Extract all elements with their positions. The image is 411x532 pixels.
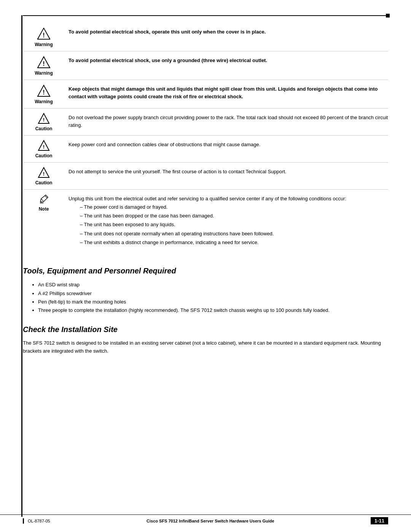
- note-text: Unplug this unit from the electrical out…: [68, 193, 388, 252]
- caution-label-3: Caution: [35, 180, 53, 185]
- caution-text-2: Keep power cord and connection cables cl…: [68, 139, 388, 150]
- warning-label-2: Warning: [35, 70, 53, 76]
- footer-bar: [23, 518, 24, 524]
- caution-icon-1: !: [38, 112, 50, 125]
- list-item: An ESD wrist strap: [38, 281, 388, 289]
- section-heading-check: Check the Installation Site: [23, 325, 388, 334]
- top-border: [23, 15, 388, 16]
- warning-icon-1: !: [37, 27, 51, 40]
- footer-page-number: 1-11: [371, 517, 388, 524]
- page-footer: OL-8787-05 Cisco SFS 7012 InfiniBand Ser…: [0, 514, 411, 524]
- caution-row-2: ! Caution Keep power cord and connection…: [23, 136, 388, 163]
- warning-text-3: Keep objects that might damage this unit…: [68, 84, 388, 102]
- footer-doc-id: OL-8787-05: [28, 519, 50, 523]
- note-row: Note Unplug this unit from the electrica…: [23, 190, 388, 256]
- footer-left: OL-8787-05: [23, 518, 50, 524]
- tools-list: An ESD wrist strap A #2 Phillips screwdr…: [38, 281, 388, 314]
- note-icon: [38, 193, 49, 205]
- list-item: Pen (felt-tip) to mark the mounting hole…: [38, 298, 388, 306]
- warning-icon-block-2: ! Warning: [23, 55, 68, 76]
- caution-icon-3: !: [38, 166, 50, 179]
- note-dash-list: The power cord is damaged or frayed. The…: [80, 203, 388, 247]
- caution-label-2: Caution: [35, 153, 53, 158]
- list-item: A #2 Phillips screwdriver: [38, 289, 388, 298]
- caution-label-1: Caution: [35, 126, 53, 131]
- left-border: [21, 15, 22, 517]
- warning-text-2: To avoid potential electrical shock, use…: [68, 55, 388, 66]
- list-item: The unit does not operate normally when …: [80, 229, 388, 238]
- svg-text:!: !: [43, 32, 45, 38]
- caution-icon-block-1: ! Caution: [23, 112, 68, 131]
- svg-text:!: !: [43, 171, 45, 177]
- top-right-square: [386, 14, 390, 18]
- section-heading-tools: Tools, Equipment and Personnel Required: [23, 267, 388, 275]
- warning-icon-3: !: [37, 84, 51, 97]
- list-item: Three people to complete the installatio…: [38, 306, 388, 315]
- svg-text:!: !: [43, 117, 45, 123]
- caution-icon-block-3: ! Caution: [23, 166, 68, 185]
- caution-text-3: Do not attempt to service the unit yours…: [68, 166, 388, 177]
- list-item: The unit has been dropped or the case ha…: [80, 211, 388, 220]
- warning-label-3: Warning: [35, 99, 53, 104]
- footer-title: Cisco SFS 7012 InfiniBand Server Switch …: [50, 519, 371, 523]
- svg-text:!: !: [43, 144, 45, 150]
- warning-row-2: ! Warning To avoid potential electrical …: [23, 51, 388, 80]
- warning-row-1: ! Warning To avoid potential electrical …: [23, 23, 388, 51]
- note-icon-block: Note: [23, 193, 68, 212]
- list-item: The unit has been exposed to any liquids…: [80, 220, 388, 229]
- list-item: The unit exhibits a distinct change in p…: [80, 238, 388, 247]
- page: ! Warning To avoid potential electrical …: [0, 0, 411, 532]
- caution-row-3: ! Caution Do not attempt to service the …: [23, 163, 388, 190]
- warning-icon-block-3: ! Warning: [23, 84, 68, 104]
- svg-text:!: !: [43, 89, 45, 96]
- caution-icon-2: !: [38, 139, 50, 152]
- warning-icon-block-1: ! Warning: [23, 27, 68, 47]
- warning-label-1: Warning: [35, 42, 53, 47]
- warning-row-3: ! Warning Keep objects that might damage…: [23, 80, 388, 109]
- main-content: ! Warning To avoid potential electrical …: [23, 0, 388, 355]
- caution-icon-block-2: ! Caution: [23, 139, 68, 158]
- check-paragraph: The SFS 7012 switch is designed to be in…: [23, 339, 388, 355]
- note-label: Note: [39, 206, 49, 212]
- warning-text-1: To avoid potential electrical shock, ope…: [68, 27, 388, 37]
- svg-text:!: !: [43, 61, 45, 67]
- caution-text-1: Do not overload the power supply branch …: [68, 112, 388, 130]
- caution-row-1: ! Caution Do not overload the power supp…: [23, 109, 388, 136]
- list-item: The power cord is damaged or frayed.: [80, 203, 388, 211]
- warning-icon-2: !: [37, 55, 51, 69]
